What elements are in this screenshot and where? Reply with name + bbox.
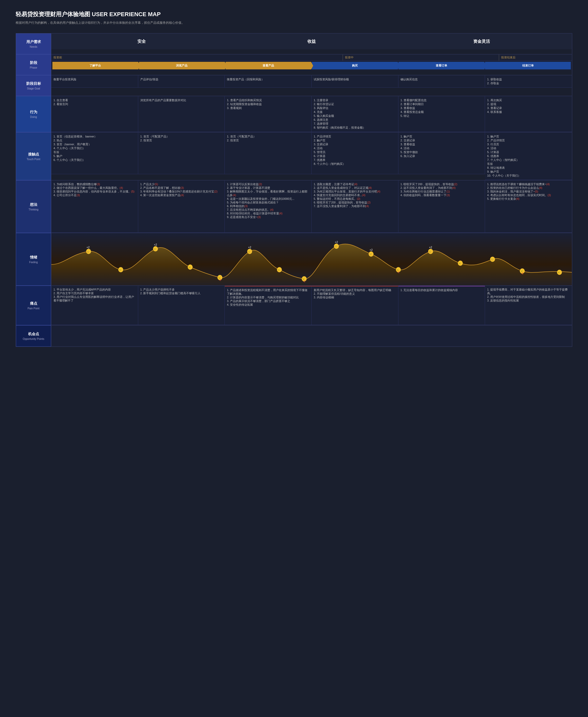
svg-text:+2: +2 [429, 246, 432, 249]
touchpoint-5: 1. 触户页 2. 交易记录 3. 查看收益 4. 活动 5. 投资中缴款 6.… [398, 132, 485, 174]
pain-point-1: 1. 平台宣传太少，用户无法感APP产品的内容 2. 用户自主学习页内容不够丰富… [51, 286, 138, 325]
needs-items: 安全 收益 资金灵活 [51, 34, 572, 49]
touchpoints-label: 接触点 Touch Point [16, 132, 51, 180]
opportunity-content [51, 325, 572, 347]
svg-text:😊: 😊 [490, 258, 494, 261]
thinking-cn: 想法 [30, 202, 37, 207]
phase-arrow-2: 浏览产品 [139, 62, 225, 69]
touchpoint-4: 1. 产品详情页 2. 触户页 3. 交易记录 4. 活动 5. 管理员 6. … [312, 132, 398, 174]
touchpoints-en: Touch Point [27, 158, 40, 161]
svg-text:-3: -3 [219, 278, 221, 282]
svg-text:😊: 😊 [86, 250, 90, 253]
svg-text:+2: +2 [370, 248, 373, 251]
phase-label-pre: 投资前 [51, 55, 343, 61]
svg-text:😊: 😊 [369, 252, 373, 256]
phase-arrow-1: 了解平台 [52, 62, 138, 69]
touchpoint-2: 1. 首页（可配置产品） 2. 投资页 [138, 132, 225, 174]
opportunity-cn: 机会点 [28, 332, 39, 336]
phase-top-labels: 投资前 投资中 投资结束后 [51, 55, 572, 61]
stage-goal-4: 试探投资风险/获得理财份额 [312, 75, 398, 88]
emotion-en: Feeling [29, 261, 38, 264]
stage-goals-cn: 阶段目标 [26, 81, 41, 86]
thinking-content: 1. 为啥问联系信，整的感情数位够(3) 2. 做过个在西面设深了解一些什么，最… [51, 180, 572, 233]
pain-cn: 痛点 [30, 301, 37, 306]
touchpoint-6: 1. 触户页 2. 产品详情页 3. 行员页 4. 活动 5. 计算器 6. 优… [485, 132, 572, 180]
page-title: 轻易贷投资理财用户体验地图 USER EXPERIENCE MAP [16, 11, 572, 18]
stage-goal-3: 衡量投资产品（回报和风险） [225, 75, 312, 88]
pain-points-grid: 1. 平台宣传太少，用户无法感APP产品的内容 2. 用户自主学习页内容不够丰富… [51, 286, 572, 325]
behaviors-grid: 1. 自主查看2. 看留言列 浏览所有产品的产品重要数据并对比 1. 查看产品组… [51, 96, 572, 132]
svg-text:-2: -2 [303, 280, 305, 283]
stage-goal-1: 衡量平台投资风险 [51, 75, 138, 88]
needs-item-safety: 安全 [57, 39, 227, 44]
phase-content: 投资前 投资中 投资结束后 了解平台 浏览产品 查看产品 购买 查看订单 结束订… [51, 54, 572, 75]
opportunity-label: 机会点 Opportunity Points [16, 325, 51, 347]
pain-point-4: 新用户犯流程又长又繁琐，缺乏导知内容，每图用户缺乏明确 2. 不能理解某些流程/… [312, 286, 398, 325]
phase-arrow-6: 结束订单 [485, 62, 571, 69]
emotion-content: 😊 😐 😊 😐 😟 😊 😐 😟 😊 [51, 233, 572, 286]
thinking-1: 1. 为啥问联系信，整的感情数位够(3) 2. 做过个在西面设深了解一些什么，最… [51, 181, 138, 233]
stage-goals-grid: 衡量平台投资风险 产品评估/筛选 衡量投资产品（回报和风险） 试探投资风险/获得… [51, 75, 572, 88]
stage-goals-en: Stage Goal [27, 87, 40, 90]
pain-point-2: 1. 产品太少用户选择性不多 2. 新手规则到门槛和起贷金额门槛高不够吸引人 [138, 286, 225, 325]
svg-text:-2: -2 [397, 270, 399, 273]
thinking-4: 1. 选取太额度，注册了还待考证(4) 2. 这不是投入资金造成转往了，对认证正… [312, 181, 398, 233]
page-wrapper: 轻易贷投资理财用户体验地图 USER EXPERIENCE MAP 根据对用户行… [5, 5, 583, 347]
behaviors-label: 行为 Doing [16, 96, 51, 132]
ux-map-table: 用户需求 Needs 安全 收益 资金灵活 阶段 Phase 投资前 投资中 投… [16, 33, 572, 347]
thinking-3: 1. 计算器可以反算出收益(2) 2. 基于专业计算器，计算器不清楚 3. 解释… [225, 181, 312, 233]
behavior-4: 1. 注册登录2. 银行存贷认证3. 风险评估4. 充值5. 输入购买金额6. … [312, 96, 398, 132]
touchpoints-cn: 接触点 [28, 152, 39, 157]
svg-text:+2: +2 [248, 246, 251, 249]
pain-point-3: 1. 产品描述和投资流程规则不清楚，用户在来买的情境下不懂做了解决措施。 2. … [225, 286, 312, 325]
phase-arrow-4: 购买 [312, 62, 398, 69]
phase-arrow-3: 查看产品 [226, 62, 311, 69]
needs-cn: 用户需求 [26, 40, 41, 44]
thinking-grid: 1. 为啥问联系信，整的感情数位够(3) 2. 做过个在西面设深了解一些什么，最… [51, 181, 572, 233]
needs-item-returns: 收益 [227, 39, 397, 44]
phase-cn: 阶段 [30, 61, 37, 65]
needs-label: 用户需求 Needs [16, 34, 51, 54]
thinking-5: 1. 咬咬牙买了200，提现提快的，首等收益(2) 2. 这不没投入资金量利润了… [398, 181, 485, 233]
svg-text:+2: +2 [335, 241, 338, 244]
phase-label: 阶段 Phase [16, 54, 51, 75]
touchpoints-grid: 1. 首页（信息起首模块、banner） 2. 热点 3. 首页（banner、… [51, 132, 572, 180]
svg-text:😊: 😊 [153, 247, 157, 251]
emotion-svg: 😊 😐 😊 😐 😟 😊 😐 😟 😊 [51, 233, 572, 285]
opportunity-area [51, 326, 572, 346]
pain-point-5: 1. 无法道看每目的收益和累计的收益规钱内容 [398, 286, 485, 325]
svg-text:😐: 😐 [277, 268, 281, 271]
thinking-6: 1. 推理说然选在于课前？赚钱钱越没于续费来~(4) 2. 投资的在自己的银行行… [485, 181, 572, 233]
page-subtitle: 根据对用户行为的解构，在具体的用户接触点上设计组织行为，并从中分出体验的全次序幕… [16, 20, 572, 25]
svg-text:+2: +2 [87, 246, 90, 249]
stage-goal-6: 1. 获取收益2. 存取金 [485, 75, 572, 88]
needs-en: Needs [30, 45, 37, 48]
phase-en: Phase [30, 66, 37, 69]
pain-points-label: 痛点 Pain Point [16, 286, 51, 325]
behavior-5: 1. 查看缴约配置信息2. 查看订单到期日3. 查看收益4. 查看投资总金额5.… [398, 96, 485, 132]
svg-text:😊: 😊 [334, 244, 338, 248]
pain-en: Pain Point [28, 307, 40, 310]
svg-text:😐: 😐 [557, 270, 561, 274]
behavior-1: 1. 自主查看2. 看留言列 [51, 96, 138, 132]
behaviors-content: 1. 自主查看2. 看留言列 浏览所有产品的产品重要数据并对比 1. 查看产品组… [51, 96, 572, 132]
stage-goal-5: 确认购买信息 [398, 75, 485, 88]
svg-text:😐: 😐 [188, 265, 192, 269]
thinking-en: Thinking [29, 208, 39, 211]
header: 轻易贷投资理财用户体验地图 USER EXPERIENCE MAP 根据对用户行… [5, 5, 583, 28]
emotion-chart: 😊 😐 😊 😐 😟 😊 😐 😟 😊 [51, 233, 572, 285]
phase-label-post: 投资结束后 [499, 55, 572, 61]
behavior-6: 1. 再次购买2. 提现3. 查看记录4. 联系客服 [485, 96, 572, 132]
pain-points-content: 1. 平台宣传太少，用户无法感APP产品的内容 2. 用户自主学习页内容不够丰富… [51, 286, 572, 325]
phase-arrow-5: 查看订单 [398, 62, 484, 69]
svg-text:😐: 😐 [458, 261, 462, 265]
behaviors-en: Doing [30, 116, 37, 118]
thinking-label: 想法 Thinking [16, 180, 51, 233]
svg-text:😊: 😊 [428, 250, 432, 253]
touchpoint-1: 1. 首页（信息起首模块、banner） 2. 热点 3. 首页（banner、… [51, 132, 138, 174]
svg-text:😐: 😐 [119, 268, 122, 271]
emotion-label: 情绪 Feeling [16, 233, 51, 286]
phase-arrows: 了解平台 浏览产品 查看产品 购买 查看订单 结束订单 [51, 61, 572, 70]
touchpoint-3: 1. 首页（可配置产品） 2. 投资页 [225, 132, 312, 174]
opportunity-en: Opportunity Points [23, 337, 44, 341]
